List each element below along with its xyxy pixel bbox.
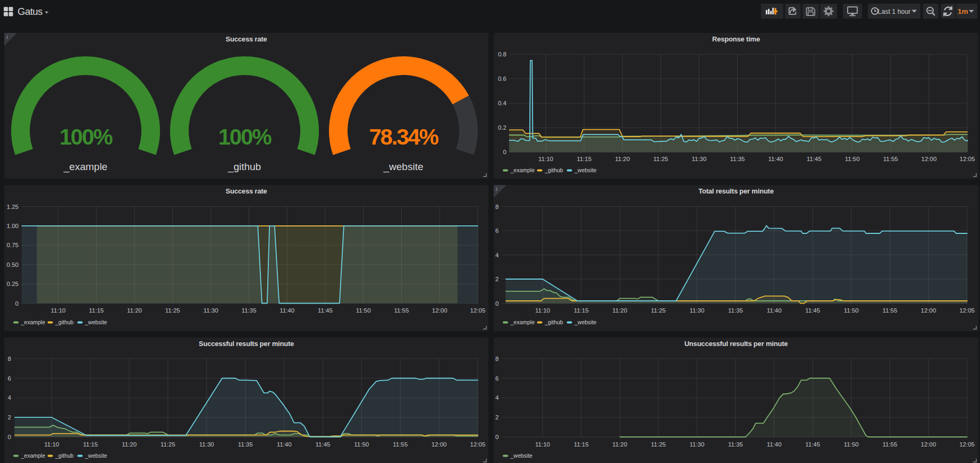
svg-text:12:00: 12:00 [921, 307, 936, 314]
svg-text:i: i [6, 34, 8, 40]
svg-text:_website: _website [574, 167, 597, 173]
svg-text:11:30: 11:30 [689, 307, 704, 314]
svg-text:11:30: 11:30 [204, 307, 218, 314]
svg-text:_website: _website [383, 161, 424, 173]
svg-text:_example: _example [21, 319, 46, 325]
svg-text:6: 6 [8, 375, 11, 382]
svg-text:11:45: 11:45 [807, 156, 822, 162]
svg-text:_example: _example [510, 319, 535, 325]
svg-text:4: 4 [495, 394, 499, 401]
svg-text:0: 0 [15, 300, 19, 307]
svg-text:11:25: 11:25 [165, 307, 180, 314]
svg-text:11:20: 11:20 [122, 441, 137, 448]
svg-text:12:05: 12:05 [959, 441, 975, 448]
svg-text:0.8: 0.8 [498, 51, 506, 57]
svg-text:_website: _website [85, 319, 107, 325]
svg-text:1.00: 1.00 [7, 223, 19, 229]
svg-text:11:45: 11:45 [316, 441, 331, 448]
svg-text:0.50: 0.50 [7, 262, 19, 268]
svg-text:11:35: 11:35 [728, 307, 743, 314]
svg-text:1.25: 1.25 [7, 204, 19, 210]
svg-text:11:35: 11:35 [241, 307, 256, 314]
svg-text:0.4: 0.4 [498, 100, 507, 106]
svg-text:78.34%: 78.34% [369, 124, 438, 149]
svg-text:2: 2 [495, 414, 499, 420]
svg-text:11:10: 11:10 [51, 307, 66, 314]
svg-text:11:15: 11:15 [577, 156, 592, 162]
svg-text:12:05: 12:05 [470, 307, 486, 314]
svg-text:Gatus: Gatus [18, 6, 43, 17]
svg-text:0: 0 [503, 149, 506, 155]
svg-text:Total results per minute: Total results per minute [698, 187, 774, 195]
svg-text:0.25: 0.25 [7, 281, 19, 287]
svg-text:11:45: 11:45 [805, 441, 820, 448]
svg-text:11:20: 11:20 [615, 156, 630, 162]
svg-text:11:40: 11:40 [768, 156, 783, 162]
svg-text:12:05: 12:05 [470, 441, 486, 448]
svg-text:Success rate: Success rate [226, 35, 267, 43]
svg-text:2: 2 [495, 276, 499, 282]
svg-text:11:55: 11:55 [393, 441, 408, 448]
svg-text:11:20: 11:20 [612, 307, 627, 314]
svg-text:11:15: 11:15 [574, 441, 589, 448]
svg-text:11:25: 11:25 [651, 441, 666, 448]
svg-text:11:35: 11:35 [238, 441, 253, 448]
svg-text:11:30: 11:30 [199, 441, 214, 448]
svg-text:11:55: 11:55 [882, 307, 897, 314]
svg-text:11:50: 11:50 [845, 156, 860, 162]
svg-text:11:10: 11:10 [535, 441, 550, 448]
svg-text:100%: 100% [218, 124, 272, 149]
svg-text:0: 0 [8, 434, 11, 440]
svg-text:_github: _github [544, 319, 563, 325]
svg-text:_website: _website [85, 452, 107, 459]
svg-text:2: 2 [8, 414, 11, 420]
svg-text:Last 1 hour: Last 1 hour [878, 8, 911, 15]
svg-text:6: 6 [495, 375, 499, 382]
svg-text:11:30: 11:30 [691, 156, 706, 162]
svg-text:8: 8 [495, 204, 499, 210]
svg-text:0: 0 [495, 300, 499, 307]
svg-text:11:25: 11:25 [160, 441, 175, 448]
svg-text:11:45: 11:45 [318, 307, 333, 314]
svg-text:11:20: 11:20 [612, 441, 627, 448]
svg-text:11:40: 11:40 [767, 307, 782, 314]
svg-text:11:35: 11:35 [730, 156, 745, 162]
svg-text:11:50: 11:50 [844, 441, 859, 448]
svg-text:11:50: 11:50 [354, 441, 369, 448]
svg-text:_github: _github [55, 452, 74, 459]
svg-text:100%: 100% [60, 124, 113, 149]
svg-text:6: 6 [495, 228, 499, 234]
svg-text:12:00: 12:00 [922, 156, 937, 162]
svg-text:_example: _example [510, 167, 535, 173]
svg-text:0.2: 0.2 [498, 124, 506, 131]
svg-text:Response time: Response time [712, 35, 760, 43]
svg-text:11:40: 11:40 [277, 441, 292, 448]
svg-text:11:20: 11:20 [127, 307, 142, 314]
svg-text:12:05: 12:05 [960, 156, 975, 162]
svg-text:_website: _website [574, 319, 597, 325]
svg-text:8: 8 [8, 356, 11, 362]
svg-text:_website: _website [510, 452, 533, 459]
svg-text:1m: 1m [958, 7, 968, 15]
svg-text:4: 4 [8, 394, 12, 401]
svg-text:11:15: 11:15 [83, 441, 98, 448]
svg-text:0.75: 0.75 [7, 242, 19, 248]
svg-text:11:10: 11:10 [535, 307, 550, 314]
svg-text:Unsuccessful results per minut: Unsuccessful results per minute [685, 340, 788, 348]
svg-text:11:55: 11:55 [882, 441, 897, 448]
svg-text:8: 8 [495, 356, 499, 362]
svg-text:i: i [496, 186, 497, 192]
svg-text:12:05: 12:05 [959, 307, 975, 314]
svg-text:11:30: 11:30 [689, 441, 704, 448]
svg-text:11:25: 11:25 [651, 307, 666, 314]
svg-text:11:15: 11:15 [89, 307, 104, 314]
svg-text:0: 0 [495, 434, 499, 440]
svg-text:Success rate: Success rate [226, 187, 267, 195]
svg-text:11:50: 11:50 [356, 307, 371, 314]
svg-text:11:10: 11:10 [538, 156, 553, 162]
svg-text:_example: _example [21, 452, 46, 459]
svg-text:11:55: 11:55 [394, 307, 409, 314]
svg-text:12:00: 12:00 [921, 441, 936, 448]
svg-text:4: 4 [495, 252, 499, 258]
svg-text:11:55: 11:55 [883, 156, 898, 162]
